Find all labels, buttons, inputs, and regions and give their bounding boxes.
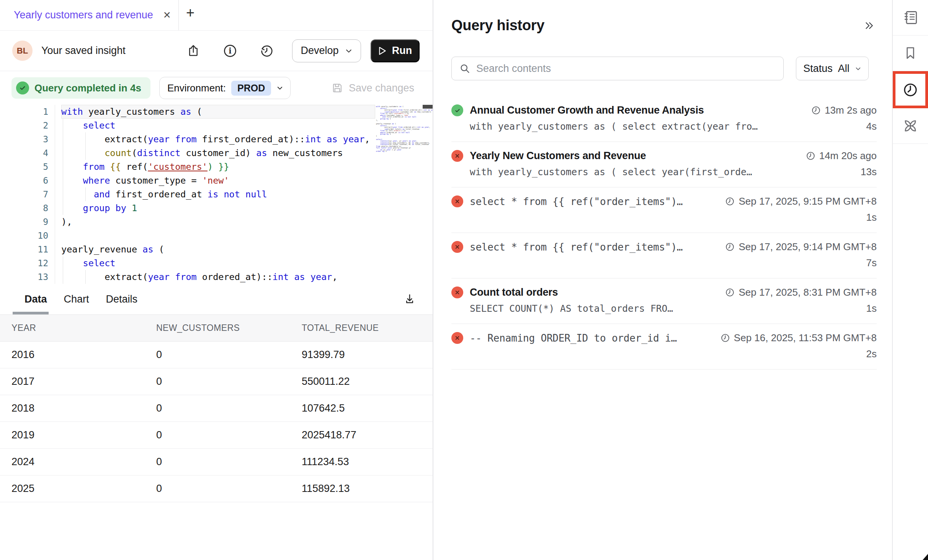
tab-yearly-customers-and-revenue[interactable]: Yearly customers and revenue ✕ — [0, 0, 171, 30]
tab-title: Yearly customers and revenue — [14, 9, 153, 21]
insight-title: Your saved insight — [41, 45, 126, 57]
editor-scrollbar-thumb[interactable] — [423, 105, 433, 109]
query-snippet: SELECT COUNT(*) AS total_orders FRO… — [470, 303, 673, 314]
query-history-item[interactable]: select * from {{ ref("order_items")… Sep… — [451, 233, 877, 278]
table-row[interactable]: 20170550011.22 — [0, 368, 433, 395]
query-title: Count total orders — [470, 287, 558, 298]
query-duration: 7s — [866, 257, 877, 269]
table-row[interactable]: 20240111234.53 — [0, 449, 433, 475]
environment-label: Environment: — [167, 82, 226, 94]
save-changes-label: Save changes — [349, 82, 414, 94]
query-history-icon-active[interactable] — [893, 71, 928, 108]
collapse-panel-icon[interactable] — [861, 18, 877, 33]
query-timestamp: 13m 2s ago — [804, 104, 877, 116]
table-row[interactable]: 2016091399.79 — [0, 342, 433, 368]
share-icon[interactable] — [186, 43, 201, 59]
develop-button[interactable]: Develop — [292, 39, 361, 62]
column-header-total-revenue[interactable]: TOTAL_REVENUE — [290, 315, 433, 342]
page-title: Query history — [451, 17, 544, 34]
success-check-icon — [16, 81, 29, 94]
status-icon — [451, 287, 463, 298]
play-icon — [378, 46, 387, 55]
line-numbers: 12345678910111213 — [0, 105, 48, 284]
query-duration: 2s — [866, 348, 877, 360]
column-header-year[interactable]: YEAR — [0, 315, 145, 342]
query-history-controls: Status All — [451, 57, 877, 80]
status-filter-dropdown[interactable]: Status All — [796, 57, 869, 80]
environment-selector[interactable]: Environment: PROD — [159, 77, 291, 99]
query-duration: 13s — [861, 166, 877, 178]
clock-icon — [811, 106, 821, 115]
notebook-icon[interactable] — [893, 0, 928, 36]
status-filter-label: Status — [803, 63, 833, 75]
query-history-item[interactable]: Annual Customer Growth and Revenue Analy… — [451, 96, 877, 142]
bookmark-icon[interactable] — [893, 36, 928, 71]
query-history-item[interactable]: Yearly New Customers and Revenue 14m 20s… — [451, 142, 877, 187]
tab-chart[interactable]: Chart — [64, 293, 89, 305]
query-workspace-panel: Yearly customers and revenue ✕ + BL Your… — [0, 0, 433, 560]
editor-minimap[interactable]: with yearly_customers as ( select extrac… — [376, 106, 422, 153]
search-box[interactable] — [451, 57, 784, 80]
chevron-down-icon — [345, 47, 353, 55]
clock-icon — [806, 151, 815, 161]
status-icon — [451, 241, 463, 253]
tab-details[interactable]: Details — [106, 293, 138, 305]
status-filter-value: All — [838, 63, 850, 75]
chevron-down-icon — [855, 65, 861, 72]
query-status-text: Query completed in 4s — [34, 82, 141, 94]
app-window: Yearly customers and revenue ✕ + BL Your… — [0, 0, 928, 560]
sql-editor[interactable]: 12345678910111213 with yearly_customers … — [0, 105, 433, 284]
save-icon — [332, 82, 343, 94]
avatar: BL — [12, 41, 33, 61]
table-row[interactable]: 20180107642.5 — [0, 395, 433, 422]
code-area[interactable]: with yearly_customers as ( select extrac… — [55, 105, 375, 284]
query-title: Annual Customer Growth and Revenue Analy… — [470, 104, 704, 116]
environment-value-badge: PROD — [231, 81, 271, 96]
table-row[interactable]: 201902025418.77 — [0, 422, 433, 449]
close-tab-icon[interactable]: ✕ — [163, 10, 171, 21]
query-history-panel: Query history Status All Annual Customer — [433, 0, 892, 560]
query-timestamp: Sep 17, 2025, 9:14 PM GMT+8 — [717, 241, 877, 253]
status-icon — [451, 332, 463, 344]
version-history-icon[interactable] — [259, 43, 274, 59]
query-history-header: Query history — [451, 17, 877, 34]
table-row[interactable]: 20250115892.13 — [0, 475, 433, 502]
query-timestamp: Sep 16, 2025, 11:53 PM GMT+8 — [713, 332, 877, 344]
new-tab-button[interactable]: + — [186, 5, 194, 20]
query-timestamp: 14m 20s ago — [798, 150, 877, 162]
tab-bar: Yearly customers and revenue ✕ + — [0, 0, 433, 31]
active-tab-indicator — [13, 312, 49, 314]
dbt-icon[interactable] — [893, 108, 928, 144]
query-title: -- Renaming ORDER_ID to order_id i… — [470, 332, 677, 344]
results-table: YEAR NEW_CUSTOMERS TOTAL_REVENUE 2016091… — [0, 314, 433, 502]
query-history-item[interactable]: select * from {{ ref("order_items")… Sep… — [451, 187, 877, 233]
clock-icon — [721, 333, 730, 343]
query-duration: 1s — [866, 303, 877, 314]
query-title: Yearly New Customers and Revenue — [470, 150, 646, 162]
query-history-item[interactable]: Count total orders Sep 17, 2025, 8:31 PM… — [451, 278, 877, 324]
search-icon — [459, 63, 470, 74]
column-header-new-customers[interactable]: NEW_CUSTOMERS — [145, 315, 290, 342]
clock-icon — [725, 242, 735, 252]
clock-history-icon — [902, 82, 918, 98]
run-label: Run — [392, 45, 412, 57]
results-header-row: YEAR NEW_CUSTOMERS TOTAL_REVENUE — [0, 315, 433, 342]
search-input[interactable] — [476, 63, 776, 75]
query-duration: 4s — [866, 120, 877, 132]
insight-header: BL Your saved insight i Develop — [0, 31, 433, 71]
query-snippet: with yearly_customers as ( select year(f… — [470, 166, 752, 177]
query-duration: 1s — [866, 212, 877, 223]
clock-icon — [725, 288, 735, 297]
chevron-down-icon — [276, 85, 283, 91]
query-title: select * from {{ ref("order_items")… — [470, 241, 683, 253]
tab-data[interactable]: Data — [25, 293, 47, 305]
download-results-icon[interactable] — [402, 291, 417, 307]
run-button[interactable]: Run — [371, 39, 420, 62]
clock-icon — [725, 197, 735, 206]
query-title: select * from {{ ref("order_items")… — [470, 196, 683, 207]
query-history-item[interactable]: -- Renaming ORDER_ID to order_id i… Sep … — [451, 324, 877, 370]
info-icon[interactable]: i — [222, 43, 238, 59]
save-changes-button[interactable]: Save changes — [332, 82, 414, 94]
tab-divider — [178, 0, 179, 30]
right-icon-rail — [892, 0, 928, 560]
